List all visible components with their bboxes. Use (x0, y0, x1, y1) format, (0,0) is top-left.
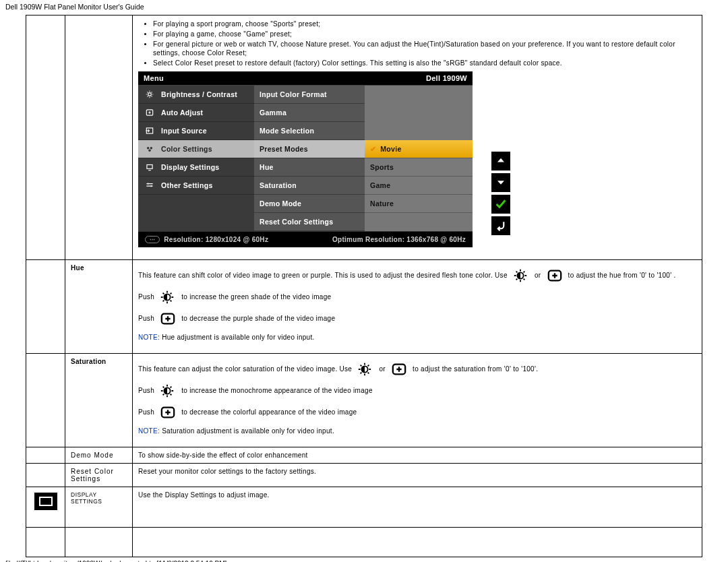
osd-left-colorsettings[interactable]: Color Settings (138, 140, 254, 158)
osd-left-othersettings[interactable]: Other Settings (138, 177, 254, 195)
label-reset-color: Reset Color Settings (65, 464, 133, 487)
autoadjust-icon (144, 108, 156, 117)
icon-cell-empty (26, 15, 65, 260)
svg-point-6 (150, 147, 153, 150)
bullet-sports: For playing a sport program, choose "Spo… (153, 20, 696, 28)
desc-display-settings: Use the Display Settings to adjust image… (133, 487, 702, 528)
preset-bullets: For playing a sport program, choose "Spo… (138, 20, 696, 67)
icon-cell-sat (26, 354, 65, 447)
osd-mid-inputcolor[interactable]: Input Color Format (254, 86, 365, 104)
osd-right-game[interactable]: Game (365, 177, 473, 195)
check-icon: ✔ (370, 145, 376, 153)
desc-reset-color: Reset your monitor color settings to the… (133, 464, 702, 487)
icon-cell-display (26, 487, 65, 528)
content-table: For playing a sport program, choose "Spo… (26, 15, 702, 557)
osd-left-brightness[interactable]: Brightness / Contrast (138, 86, 254, 104)
osd-resolution: Resolution: 1280x1024 @ 60Hz (164, 236, 268, 243)
page-title: Dell 1909W Flat Panel Monitor User's Gui… (0, 0, 728, 15)
box-plus-icon (545, 268, 564, 283)
osd-mid-gamma[interactable]: Gamma (254, 104, 365, 122)
footer-file-path: file:///T|/htdocs/monitors/1909W/en/ug/o… (0, 557, 728, 562)
bullet-nature: For general picture or web or watch TV, … (153, 40, 696, 57)
osd-right-movie[interactable]: ✔ Movie (365, 140, 473, 158)
displaysettings-icon (144, 162, 156, 172)
osd-mid-hue[interactable]: Hue (254, 158, 365, 177)
osd-title-right: Dell 1909W (426, 74, 467, 82)
svg-point-5 (147, 147, 150, 150)
desc-hue: This feature can shift color of video im… (133, 260, 702, 354)
icon-cell-demo (26, 447, 65, 464)
osd-menu: Menu Dell 1909W Brightness / Contrast (138, 71, 473, 247)
box-plus-icon (158, 311, 177, 326)
svg-point-7 (148, 150, 151, 152)
osd-mid-modeselection[interactable]: Mode Selection (254, 122, 365, 140)
note-label: NOTE: (138, 334, 160, 341)
osd-mid-saturation[interactable]: Saturation (254, 177, 365, 195)
osd-mid-resetcolor[interactable]: Reset Color Settings (254, 213, 365, 231)
label-demo-mode: Demo Mode (65, 447, 133, 464)
empty-desc-cell (133, 528, 702, 557)
box-plus-icon (158, 405, 177, 420)
nav-ok-button[interactable] (491, 195, 510, 214)
svg-point-2 (148, 93, 152, 96)
osd-mid-presetmodes[interactable]: Preset Modes (254, 140, 365, 158)
nav-up-button[interactable] (491, 152, 510, 170)
note-label: NOTE: (138, 427, 160, 435)
colorsettings-icon (144, 144, 156, 154)
osd-left-column: Brightness / Contrast Auto Adjust Input … (138, 86, 254, 231)
osd-right-sports[interactable]: Sports (365, 158, 473, 177)
bullet-color-reset: Select Color Reset preset to restore def… (153, 59, 696, 67)
empty-icon-cell (26, 528, 65, 557)
sun-icon (356, 362, 375, 377)
osd-mid-demomode[interactable]: Demo Mode (254, 195, 365, 213)
label-saturation: Saturation (65, 354, 133, 447)
label-display-settings: DISPLAY SETTINGS (65, 487, 133, 528)
sun-icon (158, 290, 177, 305)
brightness-icon (144, 90, 156, 99)
osd-title-left: Menu (144, 74, 164, 82)
osd-optimum-resolution: Optimum Resolution: 1366x768 @ 60Hz (332, 236, 466, 243)
osd-left-displaysettings[interactable]: Display Settings (138, 158, 254, 177)
timing-badge: ⋯ (145, 236, 160, 243)
empty-label-cell (65, 528, 133, 557)
sun-icon (512, 268, 530, 283)
label-hue: Hue (65, 260, 133, 354)
label-cell-empty (65, 15, 133, 260)
desc-saturation: This feature can adjust the color satura… (133, 354, 702, 447)
display-settings-icon (34, 493, 57, 510)
svg-rect-8 (147, 165, 152, 169)
nav-down-button[interactable] (491, 173, 510, 192)
icon-cell-hue (26, 260, 65, 354)
osd-left-autoadjust[interactable]: Auto Adjust (138, 104, 254, 122)
inputsource-icon (144, 126, 156, 135)
othersettings-icon (144, 181, 156, 190)
top-description-cell: For playing a sport program, choose "Spo… (133, 15, 702, 260)
osd-right-column: ✔ Movie Sports Game Nature (365, 86, 473, 231)
osd-mid-column: Input Color Format Gamma Mode Selection … (254, 86, 365, 231)
osd-nav-buttons (491, 152, 512, 235)
osd-left-inputsource[interactable]: Input Source (138, 122, 254, 140)
desc-demo-mode: To show side-by-side the effect of color… (133, 447, 702, 464)
box-plus-icon (390, 362, 408, 377)
icon-cell-reset (26, 464, 65, 487)
sun-icon (158, 383, 177, 398)
nav-back-button[interactable] (491, 216, 510, 235)
bullet-game: For playing a game, choose "Game" preset… (153, 30, 696, 38)
osd-right-nature[interactable]: Nature (365, 195, 473, 213)
